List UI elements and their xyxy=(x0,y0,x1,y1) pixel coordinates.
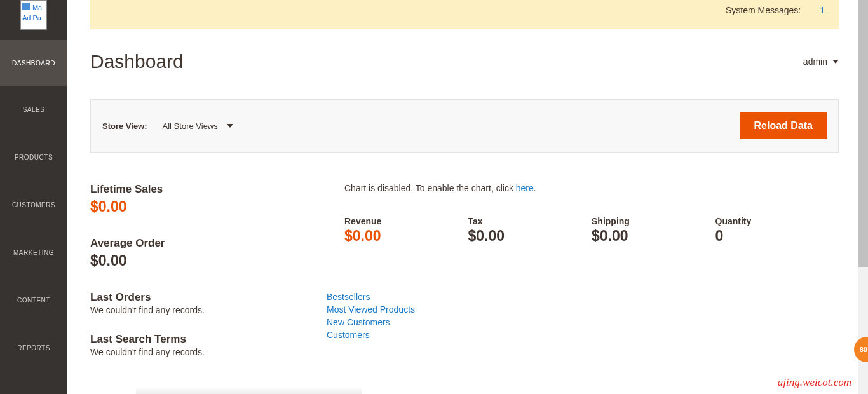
store-view-value: All Store Views xyxy=(163,121,218,131)
main-content: System Messages: 1 Dashboard admin Store… xyxy=(67,0,858,394)
lifetime-sales-value: $0.00 xyxy=(90,198,344,215)
user-name: admin xyxy=(803,57,827,67)
sidebar-item-marketing[interactable]: MARKETING xyxy=(0,229,67,276)
metric-tax-label: Tax xyxy=(468,216,592,226)
system-messages-count[interactable]: 1 xyxy=(820,5,829,15)
metric-shipping-label: Shipping xyxy=(592,216,715,226)
sidebar-item-label: REPORTS xyxy=(17,344,50,351)
metric-quantity-label: Quantity xyxy=(715,216,839,226)
chart-msg-before: Chart is disabled. To enable the chart, … xyxy=(344,183,516,193)
tab-customers[interactable]: Customers xyxy=(327,329,839,341)
chevron-down-icon xyxy=(227,124,233,128)
reload-data-button[interactable]: Reload Data xyxy=(740,112,827,139)
last-orders-section: Last Orders We couldn't find any records… xyxy=(90,291,344,315)
page-title: Dashboard xyxy=(90,51,184,72)
sidebar-item-customers[interactable]: CUSTOMERS xyxy=(0,181,67,229)
tab-new-customers[interactable]: New Customers xyxy=(327,316,839,329)
metric-quantity-value: 0 xyxy=(715,228,839,245)
sidebar-item-label: PRODUCTS xyxy=(15,154,53,161)
sidebar-item-content[interactable]: CONTENT xyxy=(0,276,67,324)
last-orders-title: Last Orders xyxy=(90,291,344,304)
metric-quantity: Quantity 0 xyxy=(715,216,839,245)
scrollbar-thumb[interactable] xyxy=(858,0,868,267)
metrics-row: Revenue $0.00 Tax $0.00 Shipping $0.00 Q… xyxy=(344,216,839,245)
sidebar-item-label: MARKETING xyxy=(13,249,54,256)
last-search-empty: We couldn't find any records. xyxy=(90,347,344,357)
average-order-block: Average Order $0.00 xyxy=(90,237,344,269)
scrollbar-track[interactable] xyxy=(858,0,868,394)
user-dropdown[interactable]: admin xyxy=(803,57,839,67)
dashboard-tab-links: Bestsellers Most Viewed Products New Cus… xyxy=(327,290,839,341)
sidebar-item-products[interactable]: PRODUCTS xyxy=(0,133,67,181)
last-search-section: Last Search Terms We couldn't find any r… xyxy=(90,333,344,357)
sidebar-item-reports[interactable]: REPORTS xyxy=(0,324,67,372)
sidebar-item-label: CUSTOMERS xyxy=(12,201,55,208)
bottom-shadow xyxy=(136,386,362,394)
logo[interactable]: Ma Ad Pa xyxy=(20,0,47,30)
sidebar-item-label: SALES xyxy=(23,106,45,113)
metric-revenue-value: $0.00 xyxy=(344,228,468,245)
last-orders-empty: We couldn't find any records. xyxy=(90,305,344,315)
store-view-label: Store View: xyxy=(102,121,147,131)
tab-most-viewed[interactable]: Most Viewed Products xyxy=(327,303,839,316)
left-column: Lifetime Sales $0.00 Average Order $0.00… xyxy=(90,183,344,375)
metric-tax-value: $0.00 xyxy=(468,228,592,245)
metric-revenue-label: Revenue xyxy=(344,216,468,226)
sidebar-item-label: DASHBOARD xyxy=(12,60,55,67)
chart-msg-after: . xyxy=(534,183,536,193)
average-order-value: $0.00 xyxy=(90,252,344,269)
system-messages-bar[interactable]: System Messages: 1 xyxy=(90,0,839,29)
sidebar-item-sales[interactable]: SALES xyxy=(0,86,67,133)
store-view-select[interactable]: All Store Views xyxy=(163,121,233,131)
watermark: ajing.weicot.com xyxy=(778,376,851,389)
tab-bestsellers[interactable]: Bestsellers xyxy=(327,290,839,303)
page-header: Dashboard admin xyxy=(67,29,858,72)
metric-shipping: Shipping $0.00 xyxy=(592,216,715,245)
sidebar-nav: Ma Ad Pa DASHBOARD SALES PRODUCTS CUSTOM… xyxy=(0,0,67,394)
dashboard-content: Lifetime Sales $0.00 Average Order $0.00… xyxy=(67,153,858,375)
metric-shipping-value: $0.00 xyxy=(592,228,715,245)
system-messages-label: System Messages: xyxy=(726,5,801,15)
sidebar-item-dashboard[interactable]: DASHBOARD xyxy=(0,40,67,86)
average-order-label: Average Order xyxy=(90,237,344,250)
metric-revenue: Revenue $0.00 xyxy=(344,216,468,245)
chart-disabled-message: Chart is disabled. To enable the chart, … xyxy=(344,183,839,193)
lifetime-sales-block: Lifetime Sales $0.00 xyxy=(90,183,344,215)
right-column: Chart is disabled. To enable the chart, … xyxy=(344,183,839,375)
last-search-title: Last Search Terms xyxy=(90,333,344,346)
sidebar-item-label: CONTENT xyxy=(17,297,50,304)
toolbar: Store View: All Store Views Reload Data xyxy=(90,99,839,153)
broken-image-icon xyxy=(22,3,30,10)
metric-tax: Tax $0.00 xyxy=(468,216,592,245)
lifetime-sales-label: Lifetime Sales xyxy=(90,183,344,196)
chart-enable-link[interactable]: here xyxy=(516,183,534,193)
chevron-down-icon xyxy=(832,60,839,64)
